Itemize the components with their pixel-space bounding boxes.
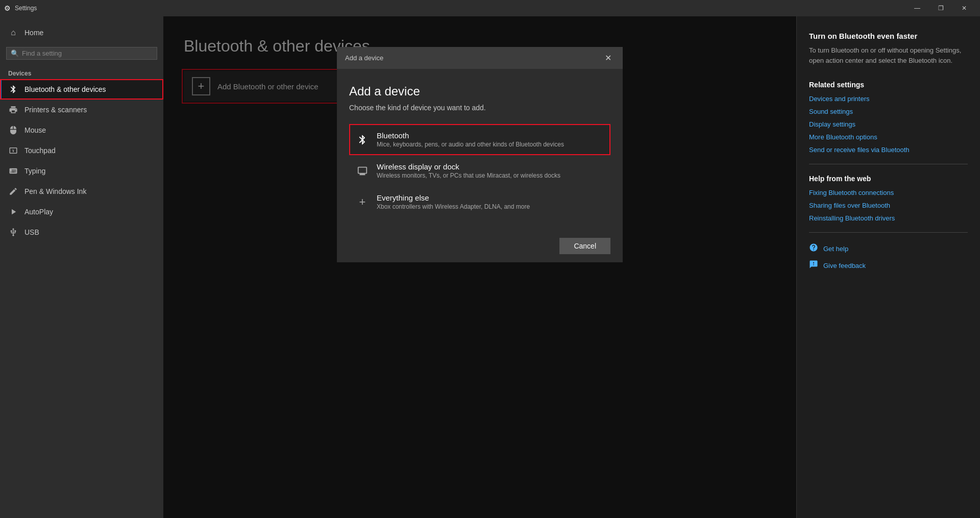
sidebar-item-usb[interactable]: USB bbox=[0, 222, 163, 242]
dialog-body: Add a device Choose the kind of device y… bbox=[337, 69, 623, 230]
everything-else-subtitle: Xbox controllers with Wireless Adapter, … bbox=[377, 203, 530, 210]
mouse-icon bbox=[8, 125, 18, 135]
usb-icon bbox=[8, 227, 18, 237]
sidebar-item-pen[interactable]: Pen & Windows Ink bbox=[0, 181, 163, 202]
add-device-dialog: Add a device ✕ Add a device Choose the k… bbox=[337, 47, 623, 262]
sidebar-item-label-typing: Typing bbox=[24, 167, 45, 175]
home-icon: ⌂ bbox=[8, 28, 18, 38]
sidebar-item-label-printers: Printers & scanners bbox=[24, 106, 87, 114]
dialog-subtitle: Choose the kind of device you want to ad… bbox=[349, 104, 610, 112]
sidebar-item-bluetooth[interactable]: Bluetooth & other devices bbox=[0, 79, 163, 100]
typing-icon bbox=[8, 166, 18, 176]
device-option-wireless-display[interactable]: Wireless display or dock Wireless monito… bbox=[349, 155, 610, 186]
link-send-receive[interactable]: Send or receive files via Bluetooth bbox=[809, 146, 968, 154]
pen-icon bbox=[8, 186, 18, 196]
get-help-icon bbox=[809, 243, 818, 255]
everything-else-icon: + bbox=[355, 195, 370, 209]
help-title: Help from the web bbox=[809, 175, 968, 183]
sidebar-item-label-touchpad: Touchpad bbox=[24, 146, 56, 155]
sidebar-item-label-autoplay: AutoPlay bbox=[24, 208, 53, 216]
sidebar-item-touchpad[interactable]: Touchpad bbox=[0, 140, 163, 161]
wireless-display-subtitle: Wireless monitors, TVs, or PCs that use … bbox=[377, 172, 560, 179]
main-content: Bluetooth & other devices + Add Bluetoot… bbox=[163, 16, 796, 518]
titlebar: ⚙ Settings — ❐ ✕ bbox=[0, 0, 980, 16]
dialog-titlebar: Add a device ✕ bbox=[337, 47, 623, 69]
tip-title: Turn on Bluetooth even faster bbox=[809, 32, 968, 40]
dialog-close-button[interactable]: ✕ bbox=[602, 52, 615, 64]
sidebar-section-label: Devices bbox=[0, 64, 163, 79]
tip-body: To turn Bluetooth on or off without open… bbox=[809, 45, 968, 65]
cancel-button[interactable]: Cancel bbox=[559, 238, 610, 254]
dialog-heading: Add a device bbox=[349, 84, 610, 98]
divider-2 bbox=[809, 232, 968, 233]
everything-else-option-text: Everything else Xbox controllers with Wi… bbox=[377, 193, 530, 210]
device-option-everything-else[interactable]: + Everything else Xbox controllers with … bbox=[349, 186, 610, 217]
link-sharing-bt[interactable]: Sharing files over Bluetooth bbox=[809, 202, 968, 209]
link-more-bluetooth[interactable]: More Bluetooth options bbox=[809, 133, 968, 141]
dialog-footer: Cancel bbox=[337, 230, 623, 262]
search-input[interactable] bbox=[22, 50, 153, 57]
link-fixing-bt[interactable]: Fixing Bluetooth connections bbox=[809, 189, 968, 196]
sidebar-item-home[interactable]: ⌂ Home bbox=[0, 22, 163, 43]
link-devices-printers[interactable]: Devices and printers bbox=[809, 95, 968, 103]
autoplay-icon bbox=[8, 207, 18, 217]
titlebar-title: Settings bbox=[15, 5, 37, 12]
give-feedback-icon bbox=[809, 260, 818, 272]
search-icon: 🔍 bbox=[11, 50, 19, 57]
related-settings-title: Related settings bbox=[809, 81, 968, 89]
sidebar-item-label-mouse: Mouse bbox=[24, 126, 46, 134]
app-body: ⌂ Home 🔍 Devices Bluetooth & other devic… bbox=[0, 16, 980, 518]
sidebar-search-box[interactable]: 🔍 bbox=[6, 47, 157, 60]
sidebar-item-typing[interactable]: Typing bbox=[0, 161, 163, 181]
settings-icon: ⚙ bbox=[4, 4, 11, 12]
bluetooth-option-subtitle: Mice, keyboards, pens, or audio and othe… bbox=[377, 141, 564, 148]
dialog-overlay: Add a device ✕ Add a device Choose the k… bbox=[163, 16, 796, 518]
sidebar-item-label-bluetooth: Bluetooth & other devices bbox=[24, 85, 106, 93]
touchpad-icon bbox=[8, 145, 18, 156]
bluetooth-option-text: Bluetooth Mice, keyboards, pens, or audi… bbox=[377, 131, 564, 148]
give-feedback-link[interactable]: Give feedback bbox=[823, 262, 866, 269]
sidebar-item-label-usb: USB bbox=[24, 228, 39, 236]
sidebar-item-label-home: Home bbox=[24, 29, 43, 37]
divider bbox=[809, 164, 968, 164]
wireless-display-icon bbox=[355, 165, 370, 177]
sidebar-item-mouse[interactable]: Mouse bbox=[0, 120, 163, 140]
sidebar: ⌂ Home 🔍 Devices Bluetooth & other devic… bbox=[0, 16, 163, 518]
sidebar-item-label-pen: Pen & Windows Ink bbox=[24, 187, 86, 195]
get-help-link[interactable]: Get help bbox=[823, 245, 848, 253]
link-reinstalling-bt[interactable]: Reinstalling Bluetooth drivers bbox=[809, 214, 968, 222]
device-option-bluetooth[interactable]: Bluetooth Mice, keyboards, pens, or audi… bbox=[349, 124, 610, 155]
everything-else-title: Everything else bbox=[377, 193, 530, 202]
titlebar-controls: — ❐ ✕ bbox=[905, 0, 976, 16]
sidebar-item-autoplay[interactable]: AutoPlay bbox=[0, 202, 163, 222]
maximize-button[interactable]: ❐ bbox=[929, 0, 952, 16]
dialog-title: Add a device bbox=[345, 54, 383, 62]
minimize-button[interactable]: — bbox=[905, 0, 929, 16]
bluetooth-option-title: Bluetooth bbox=[377, 131, 564, 140]
get-help-item[interactable]: Get help bbox=[809, 243, 968, 255]
link-sound-settings[interactable]: Sound settings bbox=[809, 108, 968, 115]
wireless-display-option-text: Wireless display or dock Wireless monito… bbox=[377, 162, 560, 179]
printer-icon bbox=[8, 105, 18, 115]
give-feedback-item[interactable]: Give feedback bbox=[809, 260, 968, 272]
sidebar-item-printers[interactable]: Printers & scanners bbox=[0, 100, 163, 120]
wireless-display-title: Wireless display or dock bbox=[377, 162, 560, 171]
bluetooth-icon bbox=[8, 84, 18, 94]
bluetooth-option-icon bbox=[355, 134, 370, 145]
link-display-settings[interactable]: Display settings bbox=[809, 120, 968, 128]
close-button[interactable]: ✕ bbox=[952, 0, 976, 16]
right-panel: Turn on Bluetooth even faster To turn Bl… bbox=[796, 16, 980, 518]
